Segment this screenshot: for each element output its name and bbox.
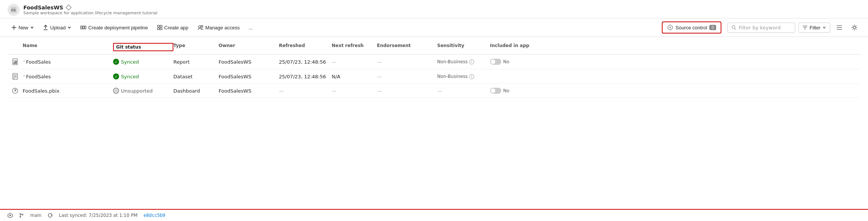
table-row: ° FoodSales ✓ Synced Report FoodSalesWS … — [8, 55, 860, 69]
row-next-refresh-3: — — [332, 88, 377, 94]
svg-point-14 — [199, 26, 201, 28]
create-app-label: Create app — [164, 25, 188, 30]
dashboard-icon — [12, 88, 18, 94]
list-icon — [836, 25, 842, 30]
row-endorsement-2: — — [377, 74, 437, 79]
diamond-icon — [66, 5, 72, 11]
svg-point-18 — [732, 26, 735, 29]
source-control-badge: 0 — [709, 25, 716, 30]
chevron-down-icon — [30, 26, 34, 29]
svg-point-15 — [201, 26, 203, 27]
unsupported-icon: ⊘ — [113, 88, 119, 94]
table-row: ° FoodSales ✓ Synced Dataset FoodSalesWS… — [8, 69, 860, 84]
row-refreshed-1: 25/07/23, 12:48:56 — [279, 59, 332, 65]
manage-access-button[interactable]: Manage access — [194, 23, 243, 33]
row-type-1: Report — [173, 59, 219, 65]
row-git-status-3: ⊘ Unsupported — [113, 88, 173, 94]
filter-label: Filter — [810, 25, 821, 30]
workspace-name: FoodSalesWS — [23, 5, 158, 11]
row-icon-report — [8, 58, 23, 65]
new-label: New — [18, 25, 28, 30]
upload-icon — [43, 25, 48, 30]
col-header-type: Type — [173, 43, 219, 51]
app-icon — [157, 25, 162, 30]
keyword-filter-input[interactable]: Filter by keyword — [727, 23, 795, 33]
row-name-1[interactable]: ° FoodSales — [23, 59, 113, 65]
svg-rect-7 — [81, 26, 82, 29]
svg-line-19 — [735, 28, 736, 30]
row-icon-pbix — [8, 88, 23, 94]
sensitivity-info-icon-2[interactable]: i — [469, 74, 474, 79]
workspace-info: FoodSalesWS Sample workspace for applica… — [23, 5, 158, 15]
row-owner-3: FoodSalesWS — [219, 88, 279, 94]
source-control-label: Source control — [675, 25, 707, 30]
row-endorsement-3: — — [377, 88, 437, 94]
new-button[interactable]: New — [8, 23, 38, 33]
svg-rect-9 — [84, 26, 86, 29]
svg-rect-11 — [160, 25, 162, 27]
filter-placeholder: Filter by keyword — [739, 25, 781, 30]
svg-rect-13 — [160, 28, 162, 30]
col-header-sensitivity: Sensitivity — [437, 43, 490, 51]
chevron-down-icon-filter — [822, 26, 826, 29]
svg-point-17 — [669, 27, 671, 28]
row-refreshed-3: — — [279, 88, 332, 94]
list-view-button[interactable] — [833, 21, 845, 34]
footer-commit-hash[interactable]: e8dcc5b9 — [144, 213, 165, 218]
filter-button[interactable]: Filter — [798, 23, 830, 33]
workspace-avatar: FS — [8, 4, 20, 16]
more-button[interactable]: ... — [245, 23, 257, 33]
source-control-icon — [667, 24, 673, 30]
synced-icon-2: ✓ — [113, 73, 119, 79]
svg-rect-32 — [16, 61, 17, 64]
footer-last-synced: Last synced: 7/25/2023 at 1:10 PM — [59, 213, 138, 218]
upload-label: Upload — [50, 25, 66, 30]
row-next-refresh-2: N/A — [332, 74, 377, 79]
col-header-owner: Owner — [219, 43, 279, 51]
create-app-button[interactable]: Create app — [153, 23, 192, 33]
toolbar-right: Filter by keyword Filter — [727, 21, 860, 34]
row-git-status-1: ✓ Synced — [113, 59, 173, 65]
workspace-title: FoodSalesWS — [23, 5, 63, 11]
svg-rect-12 — [158, 28, 159, 30]
footer-branch: main — [30, 213, 41, 218]
more-label: ... — [249, 25, 253, 30]
row-endorsement-1: — — [377, 59, 437, 65]
filter-icon — [802, 25, 808, 30]
footer: main Last synced: 7/25/2023 at 1:10 PM e… — [0, 209, 868, 221]
row-type-2: Dataset — [173, 74, 219, 79]
pipeline-icon — [80, 25, 86, 30]
report-icon — [12, 58, 18, 65]
sensitivity-info-icon-1[interactable]: i — [469, 59, 474, 64]
gear-icon — [851, 24, 857, 30]
svg-point-41 — [15, 90, 16, 91]
included-toggle-3[interactable] — [490, 88, 501, 94]
row-sensitivity-2: Non-Business i — [437, 74, 490, 79]
row-name-2[interactable]: ° FoodSales — [23, 74, 113, 79]
svg-text:FS: FS — [11, 8, 16, 12]
col-header-included-in-app: Included in app — [490, 43, 543, 51]
svg-marker-2 — [66, 5, 71, 10]
git-branch-icon — [19, 213, 24, 218]
svg-point-45 — [20, 216, 21, 218]
header: FS FoodSalesWS Sample workspace for appl… — [0, 0, 868, 18]
row-git-status-2: ✓ Synced — [113, 73, 173, 79]
sync-icon — [47, 213, 53, 218]
col-header-git-status: Git status — [113, 43, 173, 51]
included-toggle-1[interactable] — [490, 59, 501, 65]
svg-rect-31 — [15, 62, 15, 64]
row-name-3[interactable]: FoodSales.pbix — [23, 88, 113, 94]
table-header: Name Git status Type Owner Refreshed Nex… — [8, 40, 860, 55]
source-control-button[interactable]: Source control 0 — [662, 21, 721, 34]
create-pipeline-button[interactable]: Create deployment pipeline — [77, 23, 152, 33]
dataset-icon — [12, 73, 18, 80]
col-header-endorsement: Endorsement — [377, 43, 437, 51]
main-content: Name Git status Type Owner Refreshed Nex… — [0, 37, 868, 209]
settings-button[interactable] — [848, 21, 860, 34]
chevron-down-icon-upload — [67, 26, 71, 29]
row-refreshed-2: 25/07/23, 12:48:56 — [279, 74, 332, 79]
upload-button[interactable]: Upload — [39, 23, 75, 33]
create-pipeline-label: Create deployment pipeline — [88, 25, 148, 30]
col-header-refreshed: Refreshed — [279, 43, 332, 51]
source-icon-footer — [8, 213, 13, 218]
